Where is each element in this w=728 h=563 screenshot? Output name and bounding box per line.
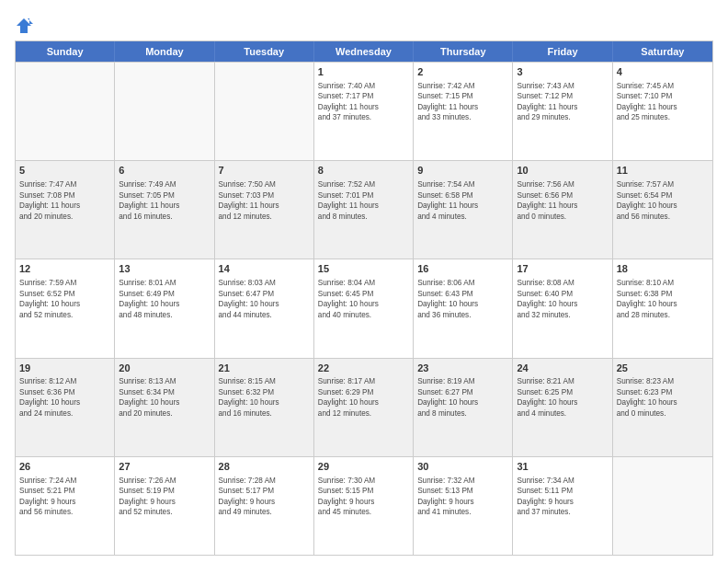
day-number: 17 — [517, 262, 608, 276]
day-cell-30: 30Sunrise: 7:32 AM Sunset: 5:13 PM Dayli… — [414, 457, 513, 555]
day-number: 6 — [119, 164, 210, 178]
day-number: 27 — [119, 460, 210, 474]
cell-info: Sunrise: 7:28 AM Sunset: 5:17 PM Dayligh… — [219, 476, 310, 518]
day-number: 8 — [318, 164, 409, 178]
calendar-row-0: 1Sunrise: 7:40 AM Sunset: 7:17 PM Daylig… — [16, 62, 712, 160]
day-cell-14: 14Sunrise: 8:03 AM Sunset: 6:47 PM Dayli… — [215, 259, 314, 357]
empty-cell — [16, 63, 115, 160]
calendar-body: 1Sunrise: 7:40 AM Sunset: 7:17 PM Daylig… — [16, 62, 712, 555]
header-day-sunday: Sunday — [16, 41, 115, 62]
day-number: 16 — [417, 262, 508, 276]
day-cell-13: 13Sunrise: 8:01 AM Sunset: 6:49 PM Dayli… — [115, 259, 214, 357]
header-day-monday: Monday — [115, 41, 214, 62]
day-number: 25 — [617, 362, 709, 375]
day-number: 1 — [318, 65, 409, 79]
day-cell-21: 21Sunrise: 8:15 AM Sunset: 6:32 PM Dayli… — [215, 359, 314, 456]
day-number: 20 — [119, 362, 210, 375]
day-number: 13 — [119, 262, 210, 276]
day-cell-15: 15Sunrise: 8:04 AM Sunset: 6:45 PM Dayli… — [314, 259, 414, 357]
day-number: 31 — [517, 460, 608, 474]
cell-info: Sunrise: 8:06 AM Sunset: 6:43 PM Dayligh… — [417, 278, 508, 320]
calendar-row-4: 26Sunrise: 7:24 AM Sunset: 5:21 PM Dayli… — [16, 456, 712, 555]
cell-info: Sunrise: 8:10 AM Sunset: 6:38 PM Dayligh… — [617, 278, 709, 320]
cell-info: Sunrise: 7:59 AM Sunset: 6:52 PM Dayligh… — [19, 278, 110, 320]
day-number: 4 — [617, 65, 709, 79]
cell-info: Sunrise: 7:47 AM Sunset: 7:08 PM Dayligh… — [19, 179, 110, 222]
cell-info: Sunrise: 7:49 AM Sunset: 7:05 PM Dayligh… — [119, 179, 210, 222]
day-number: 3 — [517, 65, 608, 79]
day-cell-18: 18Sunrise: 8:10 AM Sunset: 6:38 PM Dayli… — [613, 259, 712, 357]
cell-info: Sunrise: 7:24 AM Sunset: 5:21 PM Dayligh… — [19, 476, 110, 518]
empty-cell — [115, 63, 214, 160]
day-cell-29: 29Sunrise: 7:30 AM Sunset: 5:15 PM Dayli… — [314, 457, 414, 555]
header-day-friday: Friday — [513, 41, 612, 62]
cell-info: Sunrise: 7:30 AM Sunset: 5:15 PM Dayligh… — [318, 476, 409, 518]
day-cell-3: 3Sunrise: 7:43 AM Sunset: 7:12 PM Daylig… — [513, 63, 612, 160]
day-number: 26 — [19, 460, 110, 474]
day-cell-27: 27Sunrise: 7:26 AM Sunset: 5:19 PM Dayli… — [115, 457, 214, 555]
day-number: 15 — [318, 262, 409, 276]
day-cell-22: 22Sunrise: 8:17 AM Sunset: 6:29 PM Dayli… — [314, 359, 414, 456]
cell-info: Sunrise: 7:54 AM Sunset: 6:58 PM Dayligh… — [417, 179, 508, 222]
header-day-thursday: Thursday — [414, 41, 513, 62]
day-number: 7 — [219, 164, 310, 178]
day-number: 30 — [417, 460, 508, 474]
cell-info: Sunrise: 8:21 AM Sunset: 6:25 PM Dayligh… — [517, 376, 608, 419]
calendar-row-1: 5Sunrise: 7:47 AM Sunset: 7:08 PM Daylig… — [16, 160, 712, 259]
cell-info: Sunrise: 7:40 AM Sunset: 7:17 PM Dayligh… — [318, 81, 409, 123]
cell-info: Sunrise: 7:50 AM Sunset: 7:03 PM Dayligh… — [219, 179, 310, 222]
calendar-row-3: 19Sunrise: 8:12 AM Sunset: 6:36 PM Dayli… — [16, 358, 712, 456]
day-number: 21 — [219, 362, 310, 375]
header-day-wednesday: Wednesday — [314, 41, 414, 62]
cell-info: Sunrise: 8:04 AM Sunset: 6:45 PM Dayligh… — [318, 278, 409, 320]
day-number: 22 — [318, 362, 409, 375]
logo-icon — [15, 17, 33, 35]
day-cell-2: 2Sunrise: 7:42 AM Sunset: 7:15 PM Daylig… — [414, 63, 513, 160]
day-cell-31: 31Sunrise: 7:34 AM Sunset: 5:11 PM Dayli… — [513, 457, 612, 555]
cell-info: Sunrise: 8:15 AM Sunset: 6:32 PM Dayligh… — [219, 376, 310, 419]
day-cell-11: 11Sunrise: 7:57 AM Sunset: 6:54 PM Dayli… — [613, 161, 712, 259]
day-cell-12: 12Sunrise: 7:59 AM Sunset: 6:52 PM Dayli… — [16, 259, 115, 357]
day-cell-20: 20Sunrise: 8:13 AM Sunset: 6:34 PM Dayli… — [115, 359, 214, 456]
day-cell-28: 28Sunrise: 7:28 AM Sunset: 5:17 PM Dayli… — [215, 457, 314, 555]
day-cell-16: 16Sunrise: 8:06 AM Sunset: 6:43 PM Dayli… — [414, 259, 513, 357]
day-cell-9: 9Sunrise: 7:54 AM Sunset: 6:58 PM Daylig… — [414, 161, 513, 259]
cell-info: Sunrise: 7:26 AM Sunset: 5:19 PM Dayligh… — [119, 476, 210, 518]
day-number: 2 — [417, 65, 508, 79]
cell-info: Sunrise: 7:57 AM Sunset: 6:54 PM Dayligh… — [617, 179, 709, 222]
day-cell-25: 25Sunrise: 8:23 AM Sunset: 6:23 PM Dayli… — [613, 359, 712, 456]
day-cell-8: 8Sunrise: 7:52 AM Sunset: 7:01 PM Daylig… — [314, 161, 414, 259]
cell-info: Sunrise: 8:08 AM Sunset: 6:40 PM Dayligh… — [517, 278, 608, 320]
day-cell-19: 19Sunrise: 8:12 AM Sunset: 6:36 PM Dayli… — [16, 359, 115, 456]
day-cell-4: 4Sunrise: 7:45 AM Sunset: 7:10 PM Daylig… — [613, 63, 712, 160]
cell-info: Sunrise: 7:34 AM Sunset: 5:11 PM Dayligh… — [517, 476, 608, 518]
cell-info: Sunrise: 7:56 AM Sunset: 6:56 PM Dayligh… — [517, 179, 608, 222]
cell-info: Sunrise: 7:32 AM Sunset: 5:13 PM Dayligh… — [417, 476, 508, 518]
calendar: SundayMondayTuesdayWednesdayThursdayFrid… — [15, 40, 713, 556]
day-number: 9 — [417, 164, 508, 178]
day-cell-5: 5Sunrise: 7:47 AM Sunset: 7:08 PM Daylig… — [16, 161, 115, 259]
cell-info: Sunrise: 7:45 AM Sunset: 7:10 PM Dayligh… — [617, 81, 709, 123]
day-cell-1: 1Sunrise: 7:40 AM Sunset: 7:17 PM Daylig… — [314, 63, 414, 160]
day-number: 11 — [617, 164, 709, 178]
logo — [15, 15, 37, 35]
day-number: 29 — [318, 460, 409, 474]
day-cell-7: 7Sunrise: 7:50 AM Sunset: 7:03 PM Daylig… — [215, 161, 314, 259]
calendar-header: SundayMondayTuesdayWednesdayThursdayFrid… — [16, 41, 712, 62]
day-number: 5 — [19, 164, 110, 178]
day-number: 10 — [517, 164, 608, 178]
day-number: 24 — [517, 362, 608, 375]
cell-info: Sunrise: 8:12 AM Sunset: 6:36 PM Dayligh… — [19, 376, 110, 419]
day-cell-10: 10Sunrise: 7:56 AM Sunset: 6:56 PM Dayli… — [513, 161, 612, 259]
header-day-tuesday: Tuesday — [215, 41, 314, 62]
cell-info: Sunrise: 8:17 AM Sunset: 6:29 PM Dayligh… — [318, 376, 409, 419]
day-number: 28 — [219, 460, 310, 474]
day-number: 23 — [417, 362, 508, 375]
page: SundayMondayTuesdayWednesdayThursdayFrid… — [0, 0, 728, 563]
header-day-saturday: Saturday — [613, 41, 712, 62]
day-number: 19 — [19, 362, 110, 375]
svg-marker-0 — [17, 18, 31, 33]
cell-info: Sunrise: 8:23 AM Sunset: 6:23 PM Dayligh… — [617, 376, 709, 419]
cell-info: Sunrise: 7:42 AM Sunset: 7:15 PM Dayligh… — [417, 81, 508, 123]
day-cell-26: 26Sunrise: 7:24 AM Sunset: 5:21 PM Dayli… — [16, 457, 115, 555]
